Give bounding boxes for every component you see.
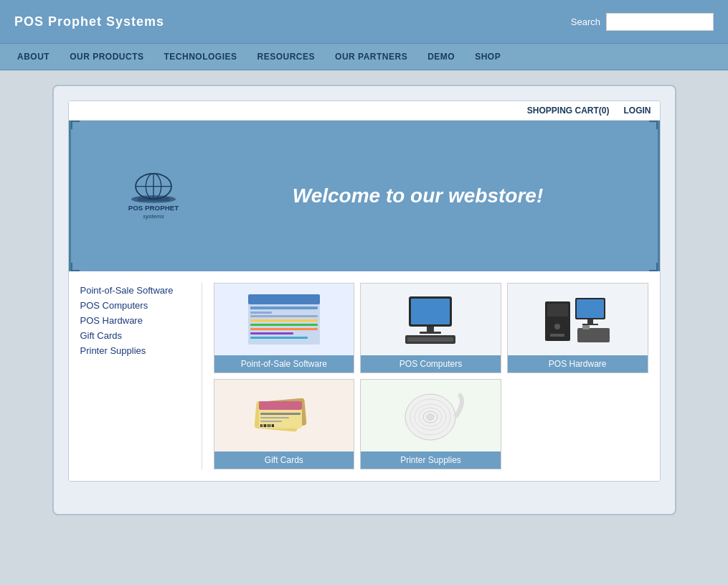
nav-demo[interactable]: DEMO <box>417 46 465 67</box>
corner-tl <box>71 121 80 129</box>
gift-cards-image <box>214 380 354 451</box>
product-card-printer-supplies[interactable]: Printer Supplies <box>360 379 501 469</box>
login-link[interactable]: LOGIN <box>624 106 651 116</box>
search-area: Search <box>571 13 714 31</box>
search-label: Search <box>571 17 600 27</box>
svg-rect-11 <box>250 312 272 314</box>
nav-our-partners[interactable]: OUR PARTNERS <box>325 46 417 67</box>
nav-our-products[interactable]: OUR PRODUCTS <box>60 46 153 67</box>
pos-hardware-image <box>508 284 648 355</box>
sidebar-pos-hardware[interactable]: POS Hardware <box>80 313 193 328</box>
svg-rect-40 <box>260 421 282 422</box>
svg-rect-25 <box>547 304 568 317</box>
svg-rect-9 <box>248 294 320 304</box>
site-title: POS Prophet Systems <box>14 14 164 29</box>
search-input[interactable] <box>606 13 714 31</box>
svg-rect-20 <box>427 327 434 332</box>
nav-shop[interactable]: SHOP <box>465 46 511 67</box>
sidebar: Point-of-Sale Software POS Computers POS… <box>80 283 202 469</box>
svg-text:POS PROPHET: POS PROPHET <box>128 204 179 212</box>
svg-rect-33 <box>582 325 590 329</box>
pos-software-svg <box>245 291 323 348</box>
svg-rect-10 <box>250 306 318 309</box>
svg-rect-38 <box>260 413 301 415</box>
pos-hardware-svg <box>538 291 617 348</box>
svg-rect-5 <box>137 197 169 201</box>
nav-bar: ABOUT OUR PRODUCTS TECHNOLOGIES RESOURCE… <box>0 43 728 70</box>
content-area: Point-of-Sale Software POS Computers POS… <box>69 271 660 481</box>
corner-bl <box>71 263 80 271</box>
site-header: POS Prophet Systems Search <box>0 0 728 43</box>
svg-rect-43 <box>264 424 266 427</box>
pos-computers-svg <box>391 291 470 348</box>
svg-rect-21 <box>420 332 441 334</box>
svg-rect-14 <box>250 324 318 326</box>
svg-rect-13 <box>250 319 318 322</box>
svg-rect-23 <box>407 337 453 342</box>
pos-computers-image <box>361 284 501 355</box>
main-container: SHOPPING CART(0) LOGIN <box>52 85 676 515</box>
svg-point-53 <box>427 414 434 420</box>
nav-about[interactable]: ABOUT <box>7 46 60 67</box>
product-card-gift-cards[interactable]: Gift Cards <box>214 379 355 469</box>
printer-supplies-svg <box>391 387 470 444</box>
svg-rect-44 <box>267 424 268 427</box>
gift-cards-svg <box>245 387 323 444</box>
svg-point-26 <box>554 324 560 329</box>
printer-supplies-label: Printer Supplies <box>361 451 501 469</box>
printer-supplies-image <box>361 380 501 451</box>
sidebar-printer-supplies[interactable]: Printer Supplies <box>80 343 193 358</box>
pos-hardware-label: POS Hardware <box>508 355 648 373</box>
inner-topbar: SHOPPING CART(0) LOGIN <box>69 101 660 121</box>
sidebar-pos-computers[interactable]: POS Computers <box>80 298 193 313</box>
sidebar-gift-cards[interactable]: Gift Cards <box>80 328 193 343</box>
sidebar-pos-software[interactable]: Point-of-Sale Software <box>80 283 193 298</box>
svg-rect-30 <box>587 319 593 324</box>
svg-rect-15 <box>250 328 318 330</box>
svg-rect-17 <box>250 337 308 339</box>
shopping-cart-link[interactable]: SHOPPING CART(0) <box>527 106 610 116</box>
svg-rect-37 <box>259 401 302 410</box>
products-grid: Point-of-Sale Software <box>214 283 648 469</box>
product-card-pos-computers[interactable]: POS Computers <box>360 283 501 373</box>
gift-cards-label: Gift Cards <box>214 451 354 469</box>
svg-text:systems: systems <box>143 213 164 220</box>
svg-rect-12 <box>250 315 318 317</box>
svg-rect-32 <box>577 328 610 342</box>
inner-box: SHOPPING CART(0) LOGIN <box>68 100 661 482</box>
hero-welcome-text: Welcome to our webstore! <box>207 184 629 207</box>
svg-rect-16 <box>250 332 293 334</box>
svg-rect-19 <box>411 299 450 324</box>
product-card-pos-hardware[interactable]: POS Hardware <box>507 283 648 373</box>
svg-rect-47 <box>272 424 274 427</box>
svg-rect-29 <box>577 299 604 318</box>
svg-rect-31 <box>582 324 598 325</box>
corner-tr <box>649 121 658 129</box>
svg-rect-41 <box>260 424 262 427</box>
nav-resources[interactable]: RESOURCES <box>247 46 326 67</box>
hero-logo: POS PROPHET systems <box>100 167 207 225</box>
pos-software-label: Point-of-Sale Software <box>214 355 354 373</box>
pos-computers-label: POS Computers <box>361 355 501 373</box>
empty-grid-cell <box>507 379 648 469</box>
pos-software-image <box>214 284 354 355</box>
logo-svg: POS PROPHET systems <box>100 167 207 225</box>
svg-rect-27 <box>550 334 564 337</box>
svg-rect-46 <box>270 424 271 427</box>
nav-technologies[interactable]: TECHNOLOGIES <box>154 46 247 67</box>
corner-br <box>649 263 658 271</box>
svg-rect-39 <box>260 417 289 418</box>
svg-rect-45 <box>268 424 270 427</box>
svg-rect-42 <box>263 424 263 427</box>
product-card-pos-software[interactable]: Point-of-Sale Software <box>214 283 355 373</box>
hero-banner: POS PROPHET systems Welcome to our webst… <box>69 121 660 271</box>
